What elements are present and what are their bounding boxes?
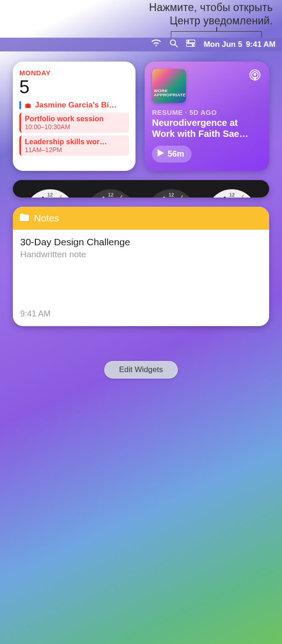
svg-point-5 [192, 44, 194, 46]
edit-widgets-label: Edit Widgets [119, 365, 163, 374]
control-center-icon[interactable] [186, 40, 195, 49]
callout-bracket [171, 31, 262, 38]
podcast-meta: RESUME · 5D AGO [152, 108, 262, 116]
notes-header-label: Notes [34, 213, 59, 224]
calendar-date-number: 5 [19, 78, 129, 96]
calendar-event-0-time: 10:00–10:30AM [25, 123, 125, 130]
play-icon [158, 149, 164, 159]
spotlight-icon[interactable] [169, 39, 178, 50]
calendar-birthday-title: Jasmine Garcia's Bi… [35, 101, 117, 110]
calendar-event-1-time: 11AM–12PM [25, 146, 125, 153]
callout-line1: Нажмите, чтобы открыть [0, 1, 273, 14]
svg-line-1 [175, 45, 177, 47]
podcast-artwork: WORK APPROPRIATE [152, 69, 186, 103]
podcast-play-button[interactable]: 56m [152, 146, 192, 163]
calendar-event-0[interactable]: Portfolio work session 10:00–10:30AM [19, 113, 129, 133]
event-color-bar [19, 101, 21, 109]
svg-point-9 [254, 73, 256, 76]
calendar-event-1[interactable]: Leadership skills wor… 11AM–12PM [19, 136, 129, 156]
folder-icon [19, 213, 29, 224]
podcast-title: Neurodivergence at Work with Faith Sae… [152, 117, 262, 139]
calendar-day-label: MONDAY [19, 69, 129, 77]
callout-line2: Центр уведомлений. [0, 14, 273, 28]
calendar-birthday-row: Jasmine Garcia's Bi… [19, 101, 129, 110]
podcast-duration: 56m [168, 149, 184, 159]
help-callout: Нажмите, чтобы открыть Центр уведомлений… [0, 0, 282, 38]
clock-face: 12369 [146, 189, 197, 198]
note-subtitle: Handwritten note [20, 249, 262, 260]
svg-point-3 [187, 40, 189, 42]
wifi-icon[interactable] [151, 40, 161, 49]
clock-face: 12369 [207, 189, 257, 198]
notes-widget[interactable]: Notes 30-Day Design Challenge Handwritte… [13, 207, 269, 326]
calendar-widget[interactable]: MONDAY 5 Jasmine Garcia's Bi… Portfolio … [13, 62, 135, 171]
edit-widgets-button[interactable]: Edit Widgets [104, 361, 178, 378]
clock-face: 12369 [25, 189, 75, 198]
note-title: 30-Day Design Challenge [20, 236, 262, 248]
menubar-date: Mon Jun 5 [203, 40, 242, 49]
notification-center: MONDAY 5 Jasmine Garcia's Bi… Portfolio … [0, 51, 282, 383]
note-time: 9:41 AM [20, 309, 51, 319]
clock-face: 12369 [85, 189, 136, 198]
podcasts-widget[interactable]: WORK APPROPRIATE RESUME · 5D AGO Neurodi… [145, 62, 269, 171]
calendar-event-0-title: Portfolio work session [25, 115, 125, 123]
calendar-event-1-title: Leadership skills wor… [25, 138, 125, 146]
podcast-artwork-label: WORK APPROPRIATE [154, 89, 186, 97]
menubar-time: 9:41 AM [246, 40, 276, 49]
menubar-datetime[interactable]: Mon Jun 5 9:41 AM [203, 40, 276, 49]
menubar: Mon Jun 5 9:41 AM [0, 38, 282, 51]
world-clock-widget[interactable]: 12369CupertinoToday+0HRS12369TokyoTomorr… [13, 180, 269, 198]
svg-rect-8 [25, 104, 31, 105]
notes-header: Notes [13, 207, 269, 230]
podcasts-icon [248, 69, 262, 85]
gift-icon [25, 102, 31, 108]
